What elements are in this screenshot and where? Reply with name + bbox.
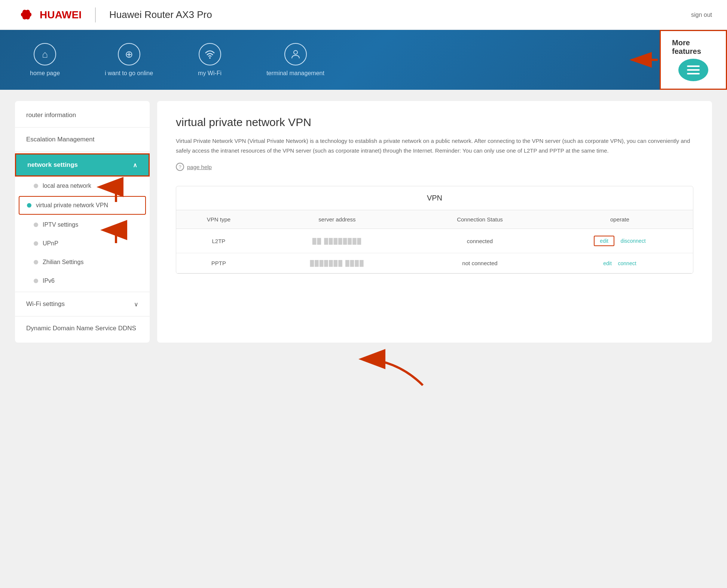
sidebar-item-ddns[interactable]: Dynamic Domain Name Service DDNS — [15, 318, 150, 339]
nav-item-terminal[interactable]: terminal management — [266, 43, 324, 77]
sub-dot-zhilian — [34, 260, 38, 264]
col-operate: operate — [547, 210, 693, 229]
arrow-more-features — [628, 49, 658, 71]
pptp-server-address: ███████ ████ — [310, 260, 364, 266]
table-row: L2TP ██ ████████ connected edit disconne… — [176, 229, 693, 253]
col-connection-status: Connection Status — [413, 210, 547, 229]
more-features-icon — [678, 59, 708, 81]
vpn-table: VPN type server address Connection Statu… — [176, 210, 693, 273]
nav-item-online[interactable]: ⊕ i want to go online — [105, 43, 153, 77]
table-header-row: VPN type server address Connection Statu… — [176, 210, 693, 229]
more-features-label: More features — [672, 39, 715, 56]
header-divider — [95, 7, 96, 22]
l2tp-server: ██ ████████ — [261, 229, 413, 253]
sidebar-item-escalation[interactable]: Escalation Management — [15, 129, 150, 150]
navbar: ⌂ home page ⊕ i want to go online my Wi-… — [0, 30, 727, 90]
pptp-operate: edit connect — [547, 253, 693, 273]
sub-dot-lan — [34, 184, 38, 188]
l2tp-disconnect-button[interactable]: disconnect — [621, 238, 646, 244]
wifi-icon — [199, 43, 221, 65]
sidebar-divider-2 — [15, 151, 150, 152]
page-help-link[interactable]: ? page help — [176, 163, 693, 171]
header: HUAWEI Huawei Router AX3 Pro sign out — [0, 0, 727, 30]
col-server-address: server address — [261, 210, 413, 229]
chevron-up-icon: ∧ — [133, 162, 137, 169]
sidebar-item-network-settings[interactable]: network settings ∧ — [15, 153, 150, 177]
more-features-button[interactable]: More features — [660, 30, 727, 90]
page-help-text: page help — [187, 164, 212, 170]
page-title-header: Huawei Router AX3 Pro — [109, 9, 212, 21]
huawei-logo-icon — [15, 6, 37, 23]
sidebar-sub-item-ipv6[interactable]: IPv6 — [15, 272, 150, 290]
svg-point-7 — [294, 50, 297, 54]
pptp-type: PPTP — [176, 253, 261, 273]
l2tp-server-address: ██ ████████ — [312, 238, 362, 244]
main-content: router information Escalation Management… — [0, 90, 727, 354]
vpn-description: Virtual Private Network VPN (Virtual Pri… — [176, 136, 693, 155]
globe-icon: ⊕ — [118, 43, 140, 65]
nav-item-home[interactable]: ⌂ home page — [30, 43, 60, 77]
pptp-status: not connected — [413, 253, 547, 273]
hamburger-line-2 — [687, 69, 700, 71]
pptp-connect-button[interactable]: connect — [618, 260, 636, 266]
chevron-down-icon: ∨ — [134, 301, 138, 308]
svg-point-6 — [209, 57, 211, 59]
sub-dot-iptv — [34, 223, 38, 227]
content-panel: virtual private network VPN Virtual Priv… — [157, 101, 712, 343]
l2tp-status: connected — [413, 229, 547, 253]
sidebar-sub-item-lan[interactable]: local area network — [15, 177, 150, 195]
home-icon: ⌂ — [34, 43, 56, 65]
sidebar-sub-item-upnp[interactable]: UPnP — [15, 234, 150, 253]
help-question-icon: ? — [176, 163, 184, 171]
l2tp-edit-button[interactable]: edit — [594, 236, 614, 246]
vpn-section-title: VPN — [176, 186, 693, 210]
hamburger-line-1 — [687, 65, 700, 67]
pptp-edit-button[interactable]: edit — [603, 260, 612, 266]
logo-area: HUAWEI Huawei Router AX3 Pro — [15, 6, 212, 23]
sidebar-sub-item-iptv[interactable]: IPTV settings — [15, 215, 150, 234]
brand-name: HUAWEI — [40, 9, 82, 21]
svg-point-5 — [21, 12, 31, 18]
col-vpn-type: VPN type — [176, 210, 261, 229]
pptp-server: ███████ ████ — [261, 253, 413, 273]
person-icon — [284, 43, 307, 65]
hamburger-line-3 — [687, 73, 700, 74]
sidebar-divider-4 — [15, 316, 150, 316]
sub-dot-vpn — [27, 203, 31, 208]
sidebar-divider-1 — [15, 127, 150, 128]
l2tp-type: L2TP — [176, 229, 261, 253]
table-row: PPTP ███████ ████ not connected edit con… — [176, 253, 693, 273]
sign-out-button[interactable]: sign out — [691, 12, 712, 18]
sidebar-sub-item-zhilian[interactable]: Zhilian Settings — [15, 253, 150, 272]
sidebar-sub-item-vpn[interactable]: virtual private network VPN — [19, 196, 146, 215]
sub-dot-upnp — [34, 241, 38, 246]
sub-dot-ipv6 — [34, 279, 38, 283]
sidebar-divider-3 — [15, 292, 150, 292]
vpn-page-title: virtual private network VPN — [176, 116, 693, 129]
sidebar: router information Escalation Management… — [15, 101, 150, 343]
nav-item-wifi[interactable]: my Wi-Fi — [198, 43, 222, 77]
l2tp-operate: edit disconnect — [547, 229, 693, 253]
sidebar-item-router-info[interactable]: router information — [15, 105, 150, 126]
nav-items: ⌂ home page ⊕ i want to go online my Wi-… — [30, 43, 324, 77]
sidebar-item-wifi-settings[interactable]: Wi-Fi settings ∨ — [15, 294, 150, 315]
vpn-section: VPN VPN type server address Connection S… — [176, 186, 693, 274]
